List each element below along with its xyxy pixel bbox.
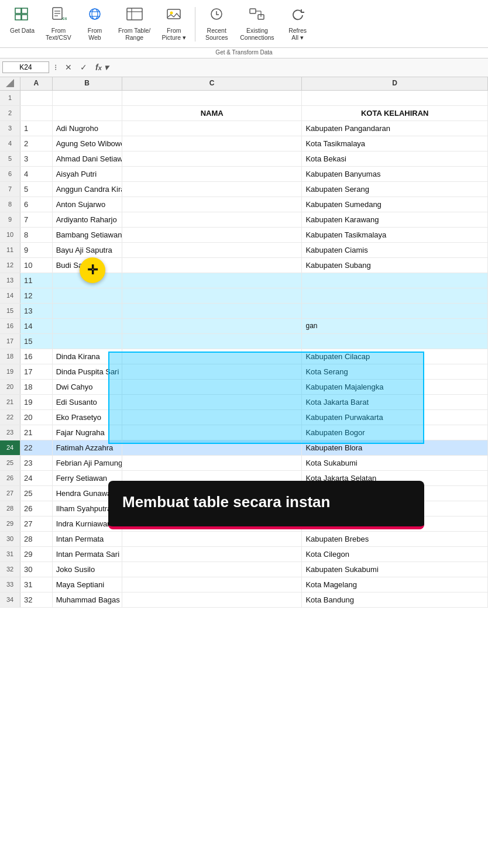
cell-4-d[interactable]: Kota Tasikmalaya bbox=[302, 136, 488, 151]
cell-33-b[interactable]: Maya Septiani bbox=[53, 577, 122, 592]
cell-31-d[interactable]: Kota Cilegon bbox=[302, 547, 488, 562]
cell-33-d[interactable]: Kota Magelang bbox=[302, 577, 488, 592]
col-header-c[interactable]: C bbox=[122, 77, 303, 90]
cell-16-c[interactable] bbox=[122, 319, 303, 333]
cell-32-c[interactable] bbox=[122, 562, 303, 577]
cell-9-d[interactable]: Kabupaten Karawang bbox=[302, 212, 488, 227]
cell-8-b[interactable]: Anton Sujarwo bbox=[53, 197, 122, 212]
cell-16-b[interactable] bbox=[53, 319, 122, 333]
cell-32-b[interactable]: Joko Susilo bbox=[53, 562, 122, 577]
cell-23-b[interactable]: Fajar Nugraha bbox=[53, 425, 122, 440]
cell-14-a[interactable]: 12 bbox=[20, 288, 53, 303]
cell-21-a[interactable]: 19 bbox=[20, 395, 53, 409]
cell-9-a[interactable]: 7 bbox=[20, 212, 53, 227]
cell-5-b[interactable]: Ahmad Dani Setiawan bbox=[53, 151, 122, 166]
cell-25-d[interactable]: Kota Sukabumi bbox=[302, 456, 488, 470]
from-picture-button[interactable]: FromPicture ▾ bbox=[156, 5, 191, 44]
cell-7-c[interactable] bbox=[122, 182, 303, 197]
cell-18-a[interactable]: 16 bbox=[20, 349, 53, 364]
cell-18-c[interactable] bbox=[122, 349, 303, 364]
cell-28-a[interactable]: 26 bbox=[20, 501, 53, 516]
cell-31-b[interactable]: Intan Permata Sari bbox=[53, 547, 122, 562]
cell-11-d[interactable]: Kabupaten Ciamis bbox=[302, 243, 488, 257]
cell-31-a[interactable]: 29 bbox=[20, 547, 53, 562]
cell-10-d[interactable]: Kabupaten Tasikmalaya bbox=[302, 228, 488, 242]
cell-5-c[interactable] bbox=[122, 151, 303, 166]
cell-5-d[interactable]: Kota Bekasi bbox=[302, 151, 488, 166]
cell-24-a[interactable]: 22 bbox=[20, 440, 53, 455]
cell-10-b[interactable]: Bambang Setiawan bbox=[53, 228, 122, 242]
cell-17-c[interactable] bbox=[122, 334, 303, 349]
cell-11-b[interactable]: Bayu Aji Saputra bbox=[53, 243, 122, 257]
cell-2-c-header[interactable]: NAMA bbox=[122, 106, 303, 120]
cell-30-a[interactable]: 28 bbox=[20, 532, 53, 546]
cell-23-d[interactable]: Kabupaten Bogor bbox=[302, 425, 488, 440]
cell-34-d[interactable]: Kota Bandung bbox=[302, 593, 488, 607]
cell-34-a[interactable]: 32 bbox=[20, 593, 53, 607]
from-web-button[interactable]: FromWeb bbox=[77, 5, 112, 44]
cell-11-c[interactable] bbox=[122, 243, 303, 257]
cell-18-b[interactable]: Dinda Kirana bbox=[53, 349, 122, 364]
cell-30-d[interactable]: Kabupaten Brebes bbox=[302, 532, 488, 546]
cell-20-a[interactable]: 18 bbox=[20, 380, 53, 394]
add-table-button[interactable]: ✛ bbox=[80, 257, 105, 283]
cell-32-a[interactable]: 30 bbox=[20, 562, 53, 577]
cell-7-b[interactable]: Anggun Candra Kirana bbox=[53, 182, 122, 197]
cell-4-a[interactable]: 2 bbox=[20, 136, 53, 151]
cell-3-a[interactable]: 1 bbox=[20, 121, 53, 136]
col-header-a[interactable]: A bbox=[20, 77, 53, 90]
cell-21-d[interactable]: Kota Jakarta Barat bbox=[302, 395, 488, 409]
cell-19-d[interactable]: Kota Serang bbox=[302, 364, 488, 379]
cell-10-a[interactable]: 8 bbox=[20, 228, 53, 242]
cell-34-b[interactable]: Muhammad Bagas Pratama bbox=[53, 593, 122, 607]
from-text-csv-button[interactable]: .csv FromText/CSV bbox=[41, 5, 76, 44]
cell-21-c[interactable] bbox=[122, 395, 303, 409]
cell-1-a[interactable] bbox=[20, 91, 53, 105]
cell-25-c[interactable] bbox=[122, 456, 303, 470]
cell-6-b[interactable]: Aisyah Putri bbox=[53, 167, 122, 181]
cell-24-d[interactable]: Kabupaten Blora bbox=[302, 440, 488, 455]
cell-6-a[interactable]: 4 bbox=[20, 167, 53, 181]
cell-4-b[interactable]: Agung Seto Wibowo bbox=[53, 136, 122, 151]
cell-19-c[interactable] bbox=[122, 364, 303, 379]
cell-5-a[interactable]: 3 bbox=[20, 151, 53, 166]
cell-9-b[interactable]: Ardiyanto Raharjo bbox=[53, 212, 122, 227]
cell-15-c[interactable] bbox=[122, 304, 303, 318]
cell-22-c[interactable] bbox=[122, 410, 303, 425]
cell-16-d[interactable]: gan bbox=[302, 319, 488, 333]
col-header-b[interactable]: B bbox=[53, 77, 122, 90]
cell-15-a[interactable]: 13 bbox=[20, 304, 53, 318]
existing-connections-button[interactable]: ExistingConnections bbox=[235, 5, 279, 44]
cell-3-c[interactable] bbox=[122, 121, 303, 136]
cell-24-c[interactable] bbox=[122, 440, 303, 455]
cell-2-d-header[interactable]: KOTA KELAHIRAN bbox=[302, 106, 488, 120]
cell-8-a[interactable]: 6 bbox=[20, 197, 53, 212]
fx-button[interactable]: fx ▾ bbox=[92, 61, 111, 73]
cell-2-b[interactable] bbox=[53, 106, 122, 120]
cell-19-b[interactable]: Dinda Puspita Sari bbox=[53, 364, 122, 379]
confirm-formula-button[interactable]: ✓ bbox=[77, 61, 90, 73]
cell-7-a[interactable]: 5 bbox=[20, 182, 53, 197]
col-header-d[interactable]: D bbox=[302, 77, 488, 90]
cell-4-c[interactable] bbox=[122, 136, 303, 151]
cell-25-a[interactable]: 23 bbox=[20, 456, 53, 470]
cell-20-b[interactable]: Dwi Cahyo bbox=[53, 380, 122, 394]
cell-11-a[interactable]: 9 bbox=[20, 243, 53, 257]
cell-reference-input[interactable] bbox=[2, 61, 49, 73]
cell-27-a[interactable]: 25 bbox=[20, 486, 53, 501]
cell-13-a[interactable]: 11 bbox=[20, 273, 53, 288]
cell-33-c[interactable] bbox=[122, 577, 303, 592]
cell-1-c[interactable] bbox=[122, 91, 303, 105]
cell-23-a[interactable]: 21 bbox=[20, 425, 53, 440]
cell-1-d[interactable] bbox=[302, 91, 488, 105]
cell-19-a[interactable]: 17 bbox=[20, 364, 53, 379]
cell-6-d[interactable]: Kabupaten Banyumas bbox=[302, 167, 488, 181]
cell-30-b[interactable]: Intan Permata bbox=[53, 532, 122, 546]
cell-8-c[interactable] bbox=[122, 197, 303, 212]
cell-14-d[interactable] bbox=[302, 288, 488, 303]
cell-2-a[interactable] bbox=[20, 106, 53, 120]
cell-17-d[interactable] bbox=[302, 334, 488, 349]
cell-20-c[interactable] bbox=[122, 380, 303, 394]
cell-15-d[interactable] bbox=[302, 304, 488, 318]
cell-12-d[interactable]: Kabupaten Subang bbox=[302, 258, 488, 273]
